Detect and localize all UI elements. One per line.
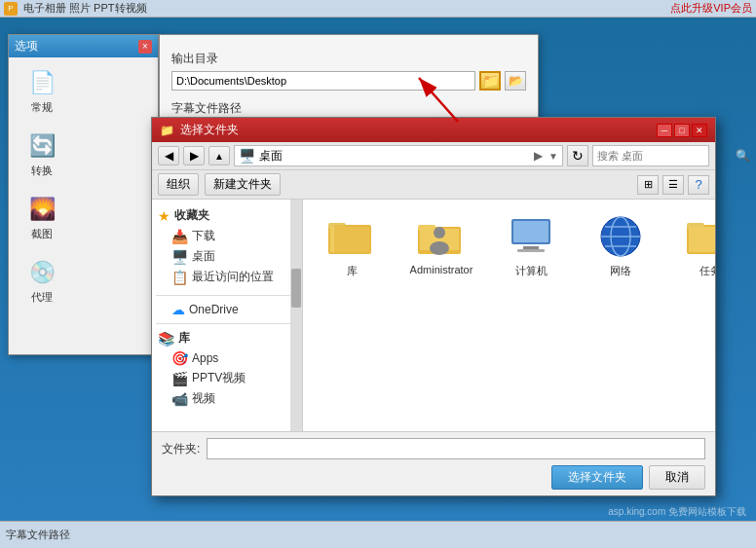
- options-dialog: 选项 × 📄 常规 🔄 转换 🌄 截图 💿 代理: [8, 34, 159, 355]
- fc-close-button[interactable]: ✕: [692, 124, 707, 137]
- taskbar-content: 字幕文件路径: [6, 528, 70, 542]
- file-item-computer-label: 计算机: [515, 264, 548, 278]
- fc-file-grid: 库 Adminis: [303, 200, 715, 431]
- options-close-button[interactable]: ×: [138, 40, 152, 54]
- file-items-grid: 库 Adminis: [313, 209, 705, 282]
- file-item-administrator[interactable]: Administrator: [402, 209, 480, 282]
- favorites-header[interactable]: ★ 收藏夹: [156, 205, 298, 226]
- tree-item-desktop[interactable]: 🖥️ 桌面: [156, 246, 298, 267]
- output-browse-button2[interactable]: 📂: [505, 71, 526, 91]
- view-details-button[interactable]: ☰: [662, 175, 684, 195]
- fc-back-button[interactable]: ◀: [158, 146, 179, 165]
- fc-search-box: 🔍: [592, 145, 709, 166]
- file-item-library[interactable]: 库: [313, 209, 391, 282]
- svg-rect-22: [689, 227, 715, 252]
- sidebar-item-normal[interactable]: 📄 常规: [13, 63, 71, 119]
- tree-item-onedrive[interactable]: ☁ OneDrive: [156, 300, 298, 319]
- tree-item-video-label: 视频: [192, 390, 215, 407]
- fc-title-area: 📁 选择文件夹: [160, 122, 239, 138]
- filename-label: 文件夹:: [162, 441, 201, 457]
- fc-refresh-button[interactable]: ↻: [567, 145, 588, 166]
- new-folder-button[interactable]: 新建文件夹: [205, 173, 281, 196]
- tree-item-download[interactable]: 📥 下载: [156, 226, 298, 246]
- fc-sidebar-tree: ★ 收藏夹 📥 下载 🖥️ 桌面 📋 最近访问的位置 ☁: [152, 200, 303, 431]
- svg-rect-13: [523, 246, 539, 249]
- fc-address-bar: ◀ ▶ ▲ 🖥️ 桌面 ▶ ▼ ↻ 🔍: [152, 142, 715, 170]
- pptv-icon: 🎬: [171, 371, 188, 386]
- sidebar-item-convert[interactable]: 🔄 转换: [13, 127, 71, 182]
- sidebar-item-screenshot[interactable]: 🌄 截图: [13, 190, 71, 245]
- options-sidebar: 📄 常规 🔄 转换 🌄 截图 💿 代理: [9, 57, 75, 355]
- sidebar-label-screenshot: 截图: [31, 227, 53, 241]
- watermark: asp.king.com 免费网站模板下载: [608, 505, 746, 519]
- tree-item-apps-label: Apps: [192, 351, 218, 365]
- proxy-icon: 💿: [26, 257, 57, 288]
- tree-item-recent[interactable]: 📋 最近访问的位置: [156, 267, 298, 287]
- normal-icon: 📄: [26, 67, 57, 98]
- taskbar: 字幕文件路径: [0, 521, 756, 548]
- fc-forward-button[interactable]: ▶: [183, 146, 205, 165]
- tree-item-apps[interactable]: 🎯 Apps: [156, 348, 298, 368]
- video-icon: 📹: [171, 391, 188, 407]
- fc-title-controls: ─ □ ✕: [657, 124, 707, 137]
- fc-cancel-button[interactable]: 取消: [649, 465, 705, 490]
- svg-rect-14: [517, 249, 545, 252]
- vip-upgrade-link[interactable]: 点此升级VIP会员: [670, 1, 752, 16]
- fc-address-dropdown[interactable]: 🖥️ 桌面 ▶ ▼: [234, 145, 563, 166]
- fc-search-input[interactable]: [593, 150, 736, 162]
- tree-item-recent-label: 最近访问的位置: [192, 269, 274, 285]
- fc-title-text: 选择文件夹: [180, 122, 239, 138]
- library-section: 📚 库 🎯 Apps 🎬 PPTV视频 📹 视频: [156, 328, 298, 409]
- help-button[interactable]: ?: [688, 175, 709, 195]
- filename-row: 文件夹:: [162, 438, 705, 459]
- favorites-section: ★ 收藏夹 📥 下载 🖥️ 桌面 📋 最近访问的位置: [156, 205, 298, 287]
- search-icon: 🔍: [736, 149, 750, 163]
- tree-item-pptv[interactable]: 🎬 PPTV视频: [156, 368, 298, 388]
- tree-divider-1: [156, 295, 298, 296]
- fc-up-button[interactable]: ▲: [208, 146, 230, 165]
- fc-maximize-button[interactable]: □: [674, 124, 690, 137]
- tree-item-onedrive-label: OneDrive: [189, 303, 239, 316]
- download-icon: 📥: [171, 229, 188, 244]
- file-item-network[interactable]: 网络: [582, 209, 660, 282]
- file-item-library-label: 库: [347, 264, 358, 278]
- svg-rect-5: [334, 225, 369, 252]
- recent-icon: 📋: [171, 270, 188, 285]
- link-photo[interactable]: 电子相册 照片 PPT转视频: [23, 1, 147, 16]
- sidebar-label-proxy: 代理: [31, 290, 53, 305]
- fc-toolbar: 组织 新建文件夹 ⊞ ☰ ?: [152, 170, 715, 200]
- svg-point-9: [434, 227, 445, 238]
- file-item-task[interactable]: 任务: [671, 209, 715, 282]
- options-title: 选项: [15, 38, 38, 55]
- top-bar-links: 电子相册 照片 PPT转视频: [23, 1, 664, 16]
- top-toolbar: P 电子相册 照片 PPT转视频 点此升级VIP会员: [0, 0, 756, 18]
- sidebar-label-convert: 转换: [31, 164, 53, 178]
- fc-select-button[interactable]: 选择文件夹: [551, 465, 643, 490]
- tree-divider-2: [156, 323, 298, 324]
- file-item-network-label: 网络: [610, 264, 631, 278]
- sidebar-item-proxy[interactable]: 💿 代理: [13, 253, 71, 309]
- svg-point-10: [430, 241, 449, 255]
- network-icon: [597, 213, 644, 260]
- svg-rect-12: [513, 221, 548, 242]
- fc-toolbar-right: ⊞ ☰ ?: [637, 175, 709, 195]
- tree-item-video[interactable]: 📹 视频: [156, 388, 298, 409]
- favorites-label: 收藏夹: [174, 207, 209, 224]
- view-toggle-button[interactable]: ⊞: [637, 175, 659, 195]
- fc-button-row: 选择文件夹 取消: [162, 465, 705, 490]
- file-item-task-label: 任务: [699, 264, 715, 278]
- sidebar-scrollbar[interactable]: [290, 200, 302, 431]
- svg-line-1: [419, 78, 458, 122]
- file-chooser-dialog: 📁 选择文件夹 ─ □ ✕ ◀ ▶ ▲ 🖥️ 桌面 ▶ ▼ ↻ 🔍 组织 新建文…: [151, 117, 716, 496]
- file-item-computer[interactable]: 计算机: [492, 209, 570, 282]
- options-title-bar: 选项 ×: [9, 35, 158, 57]
- filename-input[interactable]: [207, 438, 705, 459]
- library-header[interactable]: 📚 库: [156, 328, 298, 348]
- file-item-admin-label: Administrator: [410, 264, 473, 275]
- app-icon: P: [4, 2, 18, 16]
- organize-button[interactable]: 组织: [158, 173, 199, 196]
- sidebar-label-normal: 常规: [31, 100, 53, 115]
- apps-icon: 🎯: [171, 350, 188, 366]
- library-folder-icon: [328, 213, 375, 260]
- fc-minimize-button[interactable]: ─: [657, 124, 672, 137]
